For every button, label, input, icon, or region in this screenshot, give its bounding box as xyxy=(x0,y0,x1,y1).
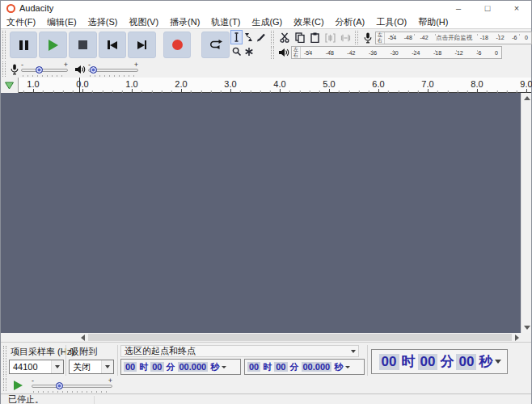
skip-to-start-button[interactable] xyxy=(99,32,127,58)
menu-help[interactable]: 帮助(H) xyxy=(412,16,454,28)
menu-bar: 文件(F) 编辑(E) 选择(S) 视图(V) 播录(N) 轨道(T) 生成(G… xyxy=(1,15,531,28)
position-hours[interactable]: 00 xyxy=(379,354,399,370)
end-hours[interactable]: 00 xyxy=(247,362,260,372)
selection-end-field[interactable]: 00 时 00 分 00.000 秒 xyxy=(244,359,365,375)
playback-meter[interactable]: 左右 -54 -48 -42 -36 -30 -24 -18 -12 -6 0 xyxy=(291,46,502,59)
toolbar-grip[interactable] xyxy=(355,31,358,44)
skip-to-end-button[interactable] xyxy=(128,32,156,58)
close-button[interactable]: × xyxy=(502,1,531,15)
audio-position-display[interactable]: 00 时 00 分 00 秒 xyxy=(371,349,508,374)
recording-volume-thumb[interactable] xyxy=(36,66,43,74)
end-minutes[interactable]: 00 xyxy=(274,362,287,372)
timeline: 1.0 0.0 1.0 2.0 3.0 4.0 5.0 6.0 7.0 8.0 … xyxy=(1,78,531,93)
pin-playhead-button[interactable] xyxy=(1,78,19,93)
playback-volume-thumb[interactable] xyxy=(90,66,97,74)
seconds-unit: 秒 xyxy=(209,361,220,373)
snap-to-combobox[interactable]: 关闭 xyxy=(69,360,114,374)
separator xyxy=(367,345,368,376)
selection-start-field[interactable]: 00 时 00 分 00.000 秒 xyxy=(120,359,241,375)
menu-tracks[interactable]: 轨道(T) xyxy=(205,16,246,28)
recording-volume-slider[interactable]: - + xyxy=(21,62,68,77)
selection-tool-button[interactable] xyxy=(230,30,243,44)
toolbar-grip[interactable] xyxy=(2,61,6,77)
scroll-right-button[interactable] xyxy=(512,333,522,342)
start-hours[interactable]: 00 xyxy=(124,362,137,372)
toolbar-grip[interactable] xyxy=(2,31,6,59)
playback-speed-slider[interactable]: - + xyxy=(32,378,112,393)
toolbar-grip[interactable] xyxy=(3,346,6,377)
scroll-left-button[interactable] xyxy=(78,333,88,342)
timeline-ruler[interactable]: 1.0 0.0 1.0 2.0 3.0 4.0 5.0 6.0 7.0 8.0 … xyxy=(19,78,531,93)
menu-file[interactable]: 文件(F) xyxy=(1,16,41,28)
seconds-unit: 秒 xyxy=(479,352,492,371)
dropdown-arrow-icon xyxy=(51,360,63,373)
menu-select[interactable]: 选择(S) xyxy=(82,16,124,28)
slider-ticks xyxy=(33,391,111,393)
minutes-unit: 分 xyxy=(166,361,176,373)
scroll-down-icon[interactable] xyxy=(524,326,530,330)
dropdown-arrow-icon xyxy=(101,360,113,373)
envelope-tool-button[interactable] xyxy=(243,30,255,44)
minutes-unit: 分 xyxy=(440,352,454,371)
menu-effect[interactable]: 效果(C) xyxy=(288,16,329,28)
hours-unit: 时 xyxy=(138,361,149,373)
minimize-button[interactable]: – xyxy=(444,1,473,15)
project-rate-combobox[interactable]: 44100 xyxy=(9,360,64,374)
playback-meter-scale: -54 -48 -42 -36 -30 -24 -18 -12 -6 0 xyxy=(301,50,501,56)
menu-tools[interactable]: 工具(O) xyxy=(370,16,412,28)
end-seconds[interactable]: 00.000 xyxy=(302,362,332,372)
dropdown-arrow-icon[interactable] xyxy=(345,366,350,368)
vertical-scrollbar[interactable] xyxy=(521,93,531,333)
skip-start-icon xyxy=(108,40,117,49)
position-minutes[interactable]: 00 xyxy=(418,354,438,370)
recording-meter[interactable]: 左右 -54 -48 -42 点击开始监视 -18 -12 -6 0 xyxy=(375,32,532,44)
paste-button[interactable] xyxy=(307,31,323,44)
snap-to-value: 关闭 xyxy=(70,361,101,373)
playback-channel-labels: 左右 xyxy=(292,47,301,58)
separator xyxy=(94,396,95,404)
playback-volume-slider[interactable]: - + xyxy=(88,62,138,77)
record-button[interactable] xyxy=(163,32,192,58)
toolbar-grip[interactable] xyxy=(271,46,274,59)
position-seconds[interactable]: 00 xyxy=(456,354,476,370)
maximize-button[interactable]: □ xyxy=(473,1,502,15)
playback-meter-speaker-button[interactable] xyxy=(277,46,291,59)
minutes-unit: 分 xyxy=(289,361,300,373)
separator xyxy=(65,345,66,376)
menu-generate[interactable]: 生成(G) xyxy=(246,16,288,28)
toolbar-grip[interactable] xyxy=(271,31,274,44)
zoom-tool-button[interactable] xyxy=(230,44,243,59)
mixer-toolbar: - + - + xyxy=(2,61,150,78)
menu-transport[interactable]: 播录(N) xyxy=(164,16,205,28)
monitor-hint-text[interactable]: 点击开始监视 xyxy=(436,34,472,42)
menu-edit[interactable]: 编辑(E) xyxy=(41,16,82,28)
trim-audio-button[interactable] xyxy=(323,31,338,44)
toolbar-grip[interactable] xyxy=(3,378,6,391)
playback-speed-thumb[interactable] xyxy=(56,382,63,389)
snap-to-label: 吸附到 xyxy=(70,346,97,358)
dropdown-arrow-icon[interactable] xyxy=(222,366,226,368)
start-minutes[interactable]: 00 xyxy=(150,362,163,372)
project-rate-value: 44100 xyxy=(10,362,51,372)
selection-tool-icon xyxy=(233,32,240,42)
start-seconds[interactable]: 00.000 xyxy=(178,362,209,372)
horizontal-scrollbar[interactable] xyxy=(88,333,512,342)
play-at-speed-button[interactable] xyxy=(11,379,25,392)
silence-audio-button[interactable] xyxy=(338,31,353,44)
scroll-up-icon[interactable] xyxy=(524,96,530,100)
draw-tool-button[interactable] xyxy=(255,30,267,44)
menu-view[interactable]: 视图(V) xyxy=(123,16,164,28)
track-area[interactable] xyxy=(1,93,522,333)
stop-button[interactable] xyxy=(69,32,97,58)
record-meter-mic-button[interactable] xyxy=(361,32,375,44)
copy-button[interactable] xyxy=(292,31,307,44)
pause-button[interactable] xyxy=(10,32,38,58)
cut-button[interactable] xyxy=(277,31,292,44)
multi-tool-button[interactable] xyxy=(243,44,255,59)
loop-button[interactable] xyxy=(201,32,230,58)
dropdown-arrow-icon[interactable] xyxy=(495,360,501,364)
selection-range-combobox[interactable]: 选区的起点和终点 xyxy=(120,345,359,357)
menu-analyze[interactable]: 分析(A) xyxy=(330,16,371,28)
play-button[interactable] xyxy=(39,32,67,58)
horizontal-scroll-thumb[interactable] xyxy=(88,334,512,341)
